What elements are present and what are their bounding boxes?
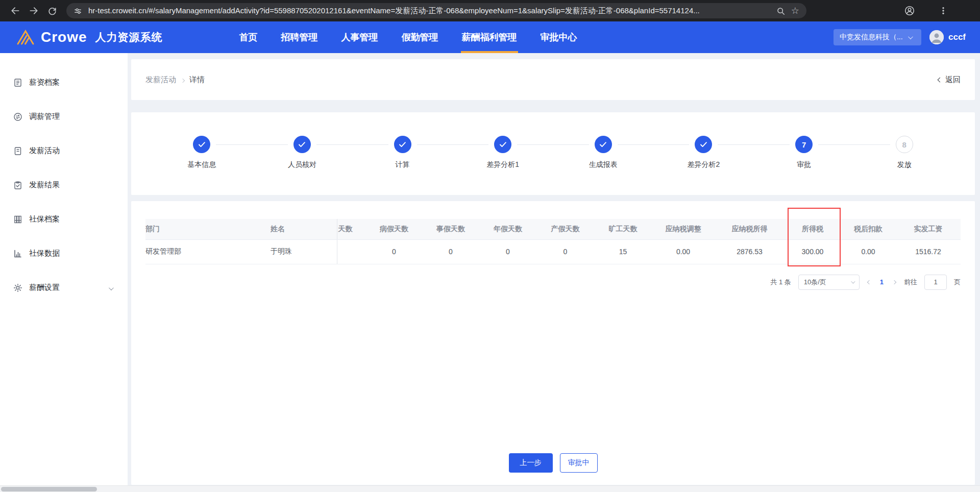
chevron-down-icon bbox=[109, 283, 112, 292]
browser-profile-icon[interactable] bbox=[900, 3, 919, 19]
browser-menu-icon[interactable] bbox=[934, 3, 952, 19]
col-header-12: 实发工资 bbox=[896, 219, 961, 239]
sidebar-item-payroll-result[interactable]: 发薪结果 bbox=[0, 168, 128, 202]
pagination: 共 1 条 10条/页 1 前往 页 bbox=[145, 275, 961, 290]
breadcrumb-separator-icon bbox=[181, 75, 184, 84]
next-page-button[interactable] bbox=[892, 281, 897, 284]
breadcrumb-parent[interactable]: 发薪活动 bbox=[145, 75, 176, 85]
step-4-label: 差异分析1 bbox=[486, 160, 519, 169]
col-header-2: 天数 bbox=[337, 219, 366, 239]
sidebar-item-salary-file[interactable]: 薪资档案 bbox=[0, 65, 128, 100]
sidebar-menu: 薪资档案 调薪管理 发薪活动 发薪结果 社保档案 社保数据 薪酬设置 bbox=[0, 65, 128, 305]
col-header-7: 旷工天数 bbox=[594, 219, 652, 239]
current-page[interactable]: 1 bbox=[879, 278, 885, 286]
col-header-6: 产假天数 bbox=[536, 219, 594, 239]
user-avatar bbox=[929, 30, 944, 44]
social-data-icon bbox=[13, 249, 22, 258]
salary-table: 部门姓名天数病假天数事假天数年假天数产假天数旷工天数应纳税调整应纳税所得所得税税… bbox=[145, 219, 961, 264]
username: cccf bbox=[948, 32, 966, 42]
col-header-5: 年假天数 bbox=[479, 219, 536, 239]
brand-name: Crowe bbox=[41, 29, 87, 45]
page-unit: 页 bbox=[954, 278, 961, 287]
step-5: 生成报表 bbox=[553, 136, 654, 169]
sidebar-item-salary-settings[interactable]: 薪酬设置 bbox=[0, 270, 128, 305]
sidebar: 薪资档案 调薪管理 发薪活动 发薪结果 社保档案 社保数据 薪酬设置 bbox=[0, 53, 128, 492]
goto-page-input[interactable] bbox=[924, 275, 947, 290]
nav-item-6[interactable]: 审批中心 bbox=[541, 21, 577, 53]
footer-actions: 上一步 审批中 bbox=[145, 453, 961, 473]
breadcrumb-current: 详情 bbox=[189, 75, 205, 85]
step-2-label: 人员核对 bbox=[288, 160, 316, 169]
page-size-label: 10条/页 bbox=[804, 278, 826, 287]
step-1-label: 基本信息 bbox=[187, 160, 216, 169]
address-bar[interactable]: hr-test.croweit.cn/#/salaryManagement/ad… bbox=[66, 3, 806, 18]
approval-status-button[interactable]: 审批中 bbox=[560, 453, 598, 473]
user-menu[interactable]: cccf bbox=[929, 30, 966, 44]
step-5-label: 生成报表 bbox=[589, 160, 618, 169]
col-header-11: 税后扣款 bbox=[841, 219, 896, 239]
nav-item-5[interactable]: 薪酬福利管理 bbox=[462, 21, 517, 53]
step-6: 差异分析2 bbox=[653, 136, 754, 169]
sidebar-item-social-archive[interactable]: 社保档案 bbox=[0, 202, 128, 236]
col-header-4: 事假天数 bbox=[422, 219, 479, 239]
main-content: 发薪活动 详情 返回 基本信息 人员核对 计算 差异分析1 生成报表 差异分析2… bbox=[128, 53, 980, 492]
table-card: 部门姓名天数病假天数事假天数年假天数产假天数旷工天数应纳税调整应纳税所得所得税税… bbox=[131, 201, 975, 485]
salary-file-icon bbox=[13, 78, 22, 87]
step-3-label: 计算 bbox=[396, 160, 410, 169]
prev-step-button[interactable]: 上一步 bbox=[509, 453, 553, 473]
crowe-logo-icon bbox=[15, 29, 36, 46]
cell-0-0: 研发管理部 bbox=[145, 239, 271, 264]
url-text[interactable]: hr-test.croweit.cn/#/salaryManagement/ad… bbox=[88, 6, 770, 16]
cell-0-7: 15 bbox=[594, 239, 652, 264]
salary-adjust-icon bbox=[13, 112, 22, 121]
chevron-left-icon bbox=[938, 77, 943, 82]
cell-0-2 bbox=[337, 239, 366, 264]
cell-0-10: 300.00 bbox=[785, 239, 841, 264]
bookmark-star-icon[interactable]: ☆ bbox=[791, 6, 799, 15]
col-header-8: 应纳税调整 bbox=[652, 219, 715, 239]
company-selector[interactable]: 中竞发信息科技（... bbox=[834, 29, 921, 45]
step-8-label: 发放 bbox=[897, 160, 912, 169]
page-size-select[interactable]: 10条/页 bbox=[798, 275, 860, 290]
cell-0-5: 0 bbox=[479, 239, 536, 264]
prev-page-button[interactable] bbox=[867, 281, 872, 284]
sidebar-item-salary-adjust[interactable]: 调薪管理 bbox=[0, 100, 128, 134]
step-4: 差异分析1 bbox=[453, 136, 553, 169]
back-label: 返回 bbox=[945, 75, 961, 85]
cell-0-3: 0 bbox=[366, 239, 422, 264]
salary-settings-icon bbox=[13, 283, 22, 292]
sidebar-item-payroll-activity[interactable]: 发薪活动 bbox=[0, 134, 128, 168]
browser-reload-button[interactable] bbox=[43, 3, 61, 19]
payroll-activity-icon bbox=[13, 146, 22, 156]
step-7-label: 审批 bbox=[797, 160, 811, 169]
step-6-label: 差异分析2 bbox=[688, 160, 720, 169]
nav-item-2[interactable]: 招聘管理 bbox=[281, 21, 318, 53]
step-8-circle: 8 bbox=[896, 136, 913, 153]
horizontal-scrollbar[interactable] bbox=[0, 485, 980, 492]
goto-label: 前往 bbox=[904, 278, 917, 287]
zoom-page-icon[interactable] bbox=[776, 7, 785, 15]
nav-item-3[interactable]: 人事管理 bbox=[341, 21, 378, 53]
nav-item-1[interactable]: 首页 bbox=[239, 21, 258, 53]
col-header-9: 应纳税所得 bbox=[715, 219, 785, 239]
chevron-down-icon bbox=[908, 34, 913, 39]
scrollbar-thumb[interactable] bbox=[1, 487, 97, 491]
browser-back-button[interactable] bbox=[6, 3, 24, 19]
cell-0-12: 1516.72 bbox=[896, 239, 961, 264]
site-info-icon[interactable] bbox=[74, 7, 82, 15]
pagination-total: 共 1 条 bbox=[770, 278, 791, 287]
cell-0-6: 0 bbox=[536, 239, 594, 264]
step-8: 8 发放 bbox=[854, 136, 954, 169]
sidebar-item-social-data[interactable]: 社保数据 bbox=[0, 236, 128, 270]
page: hr-test.croweit.cn/#/salaryManagement/ad… bbox=[0, 0, 980, 492]
step-7: 7 审批 bbox=[754, 136, 854, 169]
stepper-card: 基本信息 人员核对 计算 差异分析1 生成报表 差异分析2 7 审批 8 发放 bbox=[131, 112, 975, 195]
nav-item-4[interactable]: 假勤管理 bbox=[402, 21, 438, 53]
logo: Crowe 人力资源系统 bbox=[15, 21, 163, 53]
breadcrumb-bar: 发薪活动 详情 返回 bbox=[131, 59, 975, 100]
table-row: 研发管理部于明珠0000150.002876.53300.000.001516.… bbox=[145, 239, 961, 264]
col-header-0: 部门 bbox=[145, 219, 271, 239]
back-button[interactable]: 返回 bbox=[938, 75, 961, 85]
browser-forward-button[interactable] bbox=[24, 3, 43, 19]
step-4-check-icon bbox=[494, 136, 511, 153]
